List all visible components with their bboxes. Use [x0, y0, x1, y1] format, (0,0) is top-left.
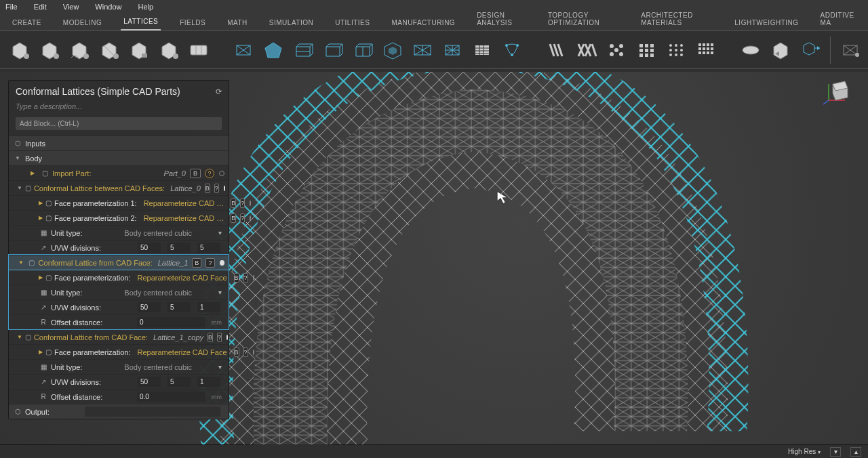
tab-math[interactable]: MATH	[224, 15, 250, 30]
status-collapse-button[interactable]: ▾	[830, 447, 841, 457]
expand-icon[interactable]: ▶	[39, 348, 43, 357]
param-value[interactable]: Reparameterize CAD Face	[138, 274, 227, 282]
tool-periodic-1[interactable]	[544, 37, 570, 63]
tool-graph-4[interactable]	[320, 37, 346, 63]
uvw-v-input[interactable]	[167, 243, 191, 253]
uvw-v-input[interactable]	[167, 377, 191, 387]
offset-input[interactable]	[137, 392, 205, 402]
uvw-u-input[interactable]	[138, 377, 161, 387]
tool-util-2[interactable]	[768, 37, 793, 63]
tool-graph-10[interactable]	[499, 37, 525, 63]
tool-graph-6[interactable]	[380, 37, 406, 63]
visibility-dot[interactable]	[220, 260, 224, 266]
offset-input[interactable]	[137, 317, 205, 327]
tool-graph-2[interactable]	[260, 37, 286, 63]
tool-graph-3[interactable]	[290, 37, 316, 63]
lattice0-header-row[interactable]: ▼ ▢ Conformal Lattice between CAD Faces:…	[9, 180, 229, 195]
lattice1copy-uvw-row[interactable]: ↗ UVW divisions:	[9, 374, 229, 389]
output-section[interactable]: ⬡ Output:	[9, 404, 229, 419]
tool-util-1[interactable]	[738, 37, 764, 63]
menu-file[interactable]: File	[5, 3, 18, 11]
dropdown-icon[interactable]: ▾	[215, 362, 224, 372]
tool-periodic-2[interactable]	[574, 37, 599, 63]
tool-graph-8[interactable]	[439, 37, 465, 63]
tool-util-3[interactable]	[797, 37, 823, 63]
badge-b[interactable]: B	[205, 184, 210, 193]
expand-icon[interactable]: ▶	[39, 213, 43, 223]
tool-implicit-4[interactable]	[96, 37, 122, 63]
tab-create[interactable]: CREATE	[9, 15, 44, 30]
tool-implicit-2[interactable]	[37, 37, 62, 63]
render-quality-dropdown[interactable]: High Res ▾	[788, 448, 821, 455]
lattice1-unit-row[interactable]: ▦ Unit type: Body centered cubic ▾	[9, 285, 229, 299]
lattice1copy-header-row[interactable]: ▼ ▢ Conformal Lattice from CAD Face: Lat…	[9, 329, 229, 344]
view-cube[interactable]	[823, 79, 850, 106]
expand-icon[interactable]: ▶	[28, 169, 37, 178]
lattice1copy-offset-row[interactable]: R Offset distance: mm	[9, 389, 229, 404]
lattice1copy-unit-row[interactable]: ▦ Unit type: Body centered cubic ▾	[9, 359, 229, 374]
tool-implicit-5[interactable]	[126, 37, 152, 63]
import-part-value[interactable]: Part_0	[164, 169, 186, 178]
tab-modeling[interactable]: MODELING	[60, 15, 104, 30]
chevron-down-icon[interactable]: ▼	[17, 333, 22, 342]
inputs-section[interactable]: ⬡ Inputs	[9, 136, 229, 150]
tab-architected-materials[interactable]: ARCHITECTED MATERIALS	[638, 7, 715, 30]
lattice1-param-row[interactable]: ▶▢ Face parameterization: Reparameterize…	[9, 270, 229, 285]
uvw-u-input[interactable]	[138, 243, 161, 253]
add-block-input[interactable]: Add Block... (Ctrl-L)	[16, 117, 222, 130]
tab-lightweighting[interactable]: LIGHTWEIGHTING	[732, 15, 801, 30]
lattice1-value[interactable]: Lattice_1	[158, 259, 189, 267]
lattice0-value[interactable]: Lattice_0	[170, 184, 201, 192]
visibility-dot[interactable]	[253, 350, 254, 355]
visibility-dot[interactable]	[219, 171, 224, 176]
visibility-dot[interactable]	[226, 335, 228, 340]
lattice1-offset-row[interactable]: R Offset distance: mm	[9, 314, 229, 329]
menu-help[interactable]: Help	[138, 3, 153, 11]
status-expand-button[interactable]: ▴	[850, 447, 861, 457]
help-icon[interactable]: ?	[205, 258, 215, 268]
tab-topology-optimization[interactable]: TOPOLOGY OPTIMIZATION	[545, 7, 622, 30]
lattice1-header-row[interactable]: ▼ ▢ Conformal Lattice from CAD Face: Lat…	[9, 255, 229, 270]
param1-value[interactable]: Reparameterize CAD …	[144, 199, 224, 207]
chevron-down-icon[interactable]: ▼	[17, 184, 22, 193]
import-part-row[interactable]: ▶ ▢ Import Part: Part_0 B ?	[9, 165, 229, 180]
help-icon[interactable]: ?	[214, 184, 219, 193]
tab-additive[interactable]: ADDITIVE MA	[818, 7, 859, 30]
tab-design-analysis[interactable]: DESIGN ANALYSIS	[474, 7, 529, 30]
visibility-dot[interactable]	[224, 186, 225, 191]
badge-b[interactable]: B	[234, 348, 239, 357]
uvw-v-input[interactable]	[167, 302, 191, 312]
unit-value[interactable]: Body centered cubic	[124, 289, 192, 297]
tool-graph-9[interactable]	[469, 37, 495, 63]
help-icon[interactable]: ?	[240, 213, 245, 223]
badge-b[interactable]: B	[231, 213, 236, 223]
param2-value[interactable]: Reparameterize CAD …	[144, 214, 224, 222]
tool-periodic-4[interactable]	[633, 37, 659, 63]
unit-value[interactable]: Body centered cubic	[124, 363, 192, 371]
badge-b[interactable]: B	[192, 258, 201, 268]
body-section[interactable]: ▼ Body	[9, 150, 229, 165]
dropdown-icon[interactable]: ▾	[215, 288, 224, 297]
uvw-w-input[interactable]	[197, 302, 220, 312]
uvw-u-input[interactable]	[138, 302, 161, 312]
chevron-down-icon[interactable]: ▼	[17, 258, 25, 268]
tab-manufacturing[interactable]: MANUFACTURING	[389, 15, 458, 30]
menu-edit[interactable]: Edit	[34, 3, 47, 11]
tool-graph-7[interactable]	[410, 37, 435, 63]
panel-settings-icon[interactable]: ⟳	[216, 87, 222, 96]
tool-graph-5[interactable]	[350, 37, 376, 63]
param-value[interactable]: Reparameterize CAD Face	[138, 348, 227, 356]
help-icon[interactable]: ?	[240, 199, 245, 208]
tab-fields[interactable]: FIELDS	[177, 15, 208, 30]
tool-implicit-1[interactable]	[7, 37, 33, 63]
lattice0-param1-row[interactable]: ▶▢ Face parameterization 1: Reparameteri…	[9, 195, 229, 210]
output-input[interactable]	[85, 407, 220, 417]
tool-implicit-6[interactable]	[156, 37, 182, 63]
tab-lattices[interactable]: LATTICES	[121, 14, 161, 30]
badge-b[interactable]: B	[208, 333, 213, 342]
tab-utilities[interactable]: UTILITIES	[332, 15, 372, 30]
tool-periodic-6[interactable]	[693, 37, 719, 63]
tool-implicit-7[interactable]	[186, 37, 212, 63]
uvw-w-input[interactable]	[197, 243, 220, 253]
expand-icon[interactable]: ▶	[39, 273, 43, 283]
